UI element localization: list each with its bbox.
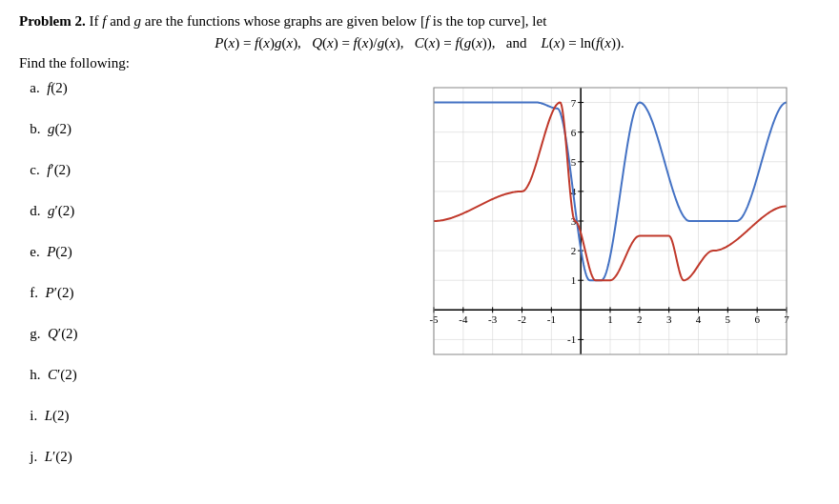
question-b: b. g(2)	[19, 119, 381, 139]
question-d: d. g′(2)	[19, 201, 381, 221]
graph-canvas	[391, 73, 801, 388]
question-c: c. f′(2)	[19, 160, 381, 180]
problem-header: Problem 2. If f and g are the functions …	[19, 11, 820, 31]
question-h: h. C′(2)	[19, 365, 381, 385]
questions-col: a. f(2) b. g(2) c. f′(2) d. g′(2) e. P(2…	[19, 73, 381, 488]
question-f: f. P′(2)	[19, 283, 381, 303]
problem-label: Problem 2.	[19, 13, 86, 29]
question-a: a. f(2)	[19, 78, 381, 98]
question-i: i. L(2)	[19, 406, 381, 426]
find-label: Find the following:	[19, 55, 820, 71]
question-g: g. Q′(2)	[19, 324, 381, 344]
question-j: j. L′(2)	[19, 447, 381, 467]
content-area: a. f(2) b. g(2) c. f′(2) d. g′(2) e. P(2…	[19, 73, 820, 488]
graph-col	[381, 73, 820, 488]
equation-line: P(x) = f(x)g(x), Q(x) = f(x)/g(x), C(x) …	[19, 35, 820, 51]
question-e: e. P(2)	[19, 242, 381, 262]
intro-text: If f and g are the functions whose graph…	[89, 13, 546, 29]
